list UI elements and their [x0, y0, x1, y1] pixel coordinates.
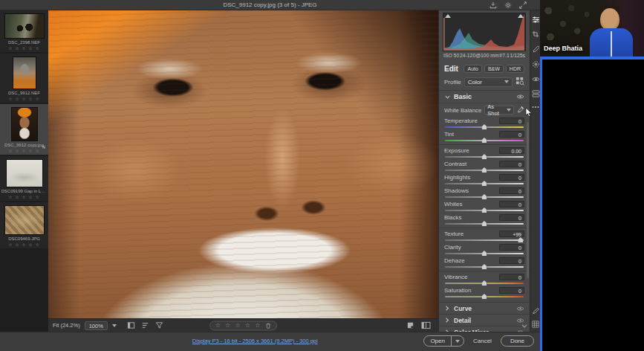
browse-profiles-icon[interactable] [515, 77, 524, 87]
fit-zoom-label[interactable]: Fit (24.2%) [53, 322, 80, 329]
thumbnail-image[interactable] [13, 57, 36, 89]
slider-track[interactable] [445, 266, 524, 268]
slider-value-box[interactable]: 0 [499, 174, 524, 181]
eye-icon[interactable] [516, 94, 524, 100]
thumbnail-rating[interactable]: ☆ ☆ ☆ ☆ ☆ [8, 242, 40, 247]
white-balance-select[interactable]: As Shot [484, 106, 514, 115]
slider-track[interactable] [445, 126, 524, 128]
slider-track[interactable] [445, 183, 524, 184]
thumbnail-rating[interactable]: ☆ ☆ ☆ ☆ ☆ [8, 148, 40, 153]
slider-value-box[interactable]: 0 [499, 214, 524, 221]
slider-thumb[interactable] [482, 124, 487, 129]
red-eye-tool-icon[interactable] [531, 74, 540, 83]
slider-track[interactable] [445, 239, 524, 241]
shadow-clipping-indicator-icon[interactable] [445, 14, 451, 18]
slider-track[interactable] [445, 296, 524, 297]
slider-track[interactable] [445, 140, 524, 141]
delete-trash-icon[interactable] [265, 319, 271, 332]
before-after-icon[interactable] [421, 319, 431, 332]
slider-track[interactable] [445, 170, 524, 171]
grid-view-icon[interactable] [531, 320, 540, 329]
slider-thumb[interactable] [482, 251, 487, 256]
scroll-down-arrow-icon[interactable] [521, 323, 527, 330]
filmstrip-item[interactable]: DSC09469.JPG ☆ ☆ ☆ ☆ ☆ [0, 202, 48, 248]
auto-button[interactable]: Auto [464, 65, 481, 73]
cancel-button[interactable]: Cancel [473, 338, 492, 344]
fullscreen-icon[interactable] [519, 1, 527, 9]
slider-value-box[interactable]: 0.00 [499, 147, 524, 154]
open-dropdown-caret-icon[interactable] [452, 340, 464, 343]
slider-value-box[interactable]: 0 [499, 244, 524, 251]
slider-value-box[interactable]: 0 [499, 287, 524, 294]
panel-scrollbar[interactable] [527, 122, 529, 278]
filmstrip-item[interactable]: DSC_9912.NEF ☆ ☆ ☆ ☆ ☆ [0, 54, 48, 103]
masking-tool-icon[interactable] [531, 59, 540, 68]
basic-section-header[interactable]: Basic [439, 91, 530, 103]
compare-view-icon[interactable] [127, 319, 135, 332]
slider-thumb[interactable] [482, 194, 487, 199]
slider-thumb[interactable] [482, 207, 487, 213]
photo-preview[interactable] [48, 10, 438, 318]
highlight-clipping-indicator-icon[interactable] [518, 14, 524, 18]
slider-value-box[interactable]: 0 [499, 201, 524, 207]
filmstrip-item[interactable]: DSC09199 Gap in Left.JPG ☆ ☆ ☆ ☆ ☆ [0, 156, 48, 201]
more-options-icon[interactable] [531, 103, 540, 112]
filter-icon[interactable] [155, 319, 163, 332]
zoom-level-select[interactable]: 100% [85, 321, 108, 330]
thumbnail-image[interactable] [11, 107, 38, 141]
eyedropper-icon[interactable] [517, 106, 524, 115]
thumbnail-rating[interactable]: ☆ ☆ ☆ ☆ ☆ [8, 45, 40, 51]
edit-tool-icon[interactable] [531, 15, 540, 24]
open-split-button[interactable]: Open [423, 335, 464, 347]
zoom-dropdown-caret-icon[interactable] [112, 324, 117, 327]
histogram[interactable] [443, 13, 526, 51]
profile-select[interactable]: Color [464, 77, 513, 87]
curve-section-header[interactable]: Curve [439, 302, 530, 314]
thumbnail-image[interactable] [4, 13, 45, 39]
slider-value-box[interactable]: 0 [499, 257, 524, 264]
filmstrip-item[interactable]: DSC_2398.NEF ☆ ☆ ☆ ☆ ☆ [0, 10, 48, 52]
hdr-button[interactable]: HDR [506, 65, 524, 73]
slider-track[interactable] [445, 156, 524, 158]
slider-track[interactable] [445, 210, 524, 211]
slider-value-box[interactable]: 0 [499, 187, 524, 194]
slider-thumb[interactable] [518, 237, 523, 242]
slider-track[interactable] [445, 283, 524, 284]
slider-value-box[interactable]: +99 [499, 231, 524, 237]
download-icon[interactable] [489, 1, 497, 9]
image-info-link[interactable]: Display P3 - 16 bit - 2506 x 3661 (9.2MP… [192, 338, 318, 344]
thumbnail-rating[interactable]: ☆ ☆ ☆ ☆ ☆ [8, 96, 40, 101]
eye-icon[interactable] [516, 306, 524, 312]
slider-value-box[interactable]: 0 [499, 131, 524, 138]
slider-thumb[interactable] [482, 138, 487, 143]
crop-tool-icon[interactable] [531, 30, 540, 39]
rating-stars[interactable]: ☆ ☆ ☆ ☆ ☆ [215, 322, 262, 329]
done-button[interactable]: Done [501, 335, 534, 347]
slider-thumb[interactable] [482, 294, 487, 299]
detail-section-header[interactable]: Detail [439, 314, 530, 326]
settings-gear-icon[interactable] [504, 1, 512, 9]
open-button[interactable]: Open [424, 336, 452, 347]
slider-thumb[interactable] [482, 221, 487, 226]
presets-panel-icon[interactable] [531, 89, 540, 98]
slider-value-box[interactable]: 0 [499, 274, 524, 280]
healing-tool-icon[interactable] [531, 45, 540, 54]
thumbnail-image[interactable] [6, 159, 43, 187]
slider-track[interactable] [445, 253, 524, 254]
slider-value-box[interactable]: 0 [499, 161, 524, 167]
sort-order-icon[interactable] [141, 319, 149, 332]
slider-thumb[interactable] [482, 154, 487, 159]
slider-track[interactable] [445, 223, 524, 225]
bw-button[interactable]: B&W [484, 65, 504, 73]
thumbnail-rating[interactable]: ☆ ☆ ☆ ☆ ☆ [8, 194, 40, 199]
slider-track[interactable] [445, 196, 524, 198]
slider-thumb[interactable] [482, 181, 487, 186]
preview-toggle-icon[interactable] [406, 319, 414, 332]
slider-thumb[interactable] [482, 167, 487, 173]
thumbnail-image[interactable] [4, 205, 45, 235]
slider-thumb[interactable] [482, 280, 487, 286]
pen-tool-icon[interactable] [531, 306, 540, 315]
slider-value-box[interactable]: 0 [499, 117, 524, 124]
filmstrip-item-selected[interactable]: DSC_9912 copy.jpg ☆ ☆ ☆ ☆ ☆ [0, 104, 48, 155]
slider-thumb[interactable] [482, 264, 487, 269]
